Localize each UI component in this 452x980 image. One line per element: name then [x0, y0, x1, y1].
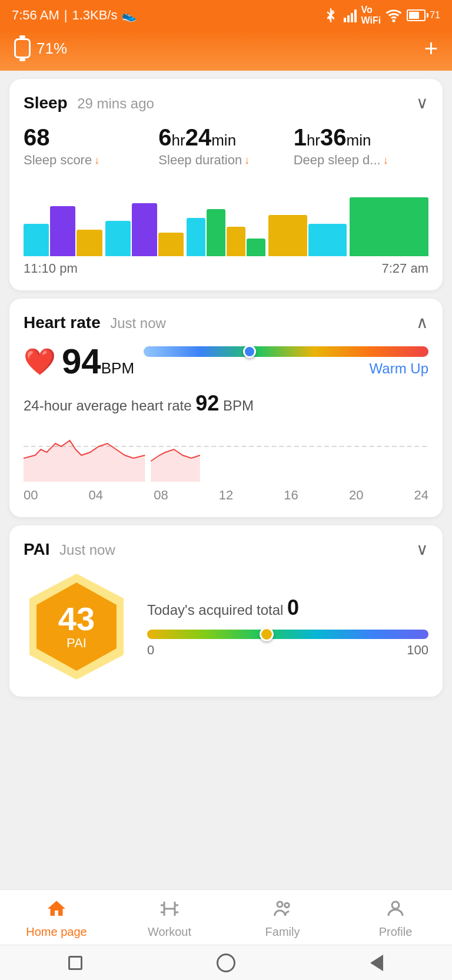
- sleep-start-time: 11:10 pm: [24, 261, 78, 276]
- nav-label-family: Family: [265, 925, 300, 939]
- svg-point-6: [392, 902, 399, 909]
- pai-text: PAI: [58, 635, 95, 651]
- sleep-title: Sleep: [24, 94, 68, 112]
- nav-item-profile[interactable]: Profile: [339, 898, 452, 939]
- avg-label: 24-hour average heart rate 92 BPM: [24, 391, 428, 416]
- signal-icon: [344, 8, 357, 22]
- status-time: 7:56 AM: [12, 8, 59, 23]
- back-button[interactable]: [366, 952, 387, 974]
- pai-content: 43 PAI Today's acquired total 0 0 100: [24, 571, 428, 683]
- deep-sleep-stat: 1hr36min Deep sleep d... ↓: [294, 124, 428, 168]
- heart-rate-card: Heart rate Just now ∧ ❤️ 94BPM Warm Up 2…: [9, 299, 443, 517]
- bottom-nav: Home page Workout Family P: [0, 889, 452, 945]
- sleep-stats: 68 Sleep score ↓ 6hr24min Sleep duration…: [24, 124, 428, 168]
- nav-label-home: Home page: [26, 925, 87, 939]
- sleep-card-title-group: Sleep 29 mins ago: [24, 94, 154, 112]
- status-network-speed: 1.3KB/s: [72, 8, 117, 23]
- profile-icon: [384, 898, 407, 922]
- device-battery-label: 71%: [36, 39, 67, 58]
- heart-rate-subtitle: Just now: [110, 315, 166, 331]
- deep-sleep-value: 1hr36min: [294, 124, 428, 150]
- system-nav: [0, 945, 452, 980]
- pai-today-label: Today's acquired total 0: [147, 595, 428, 620]
- avg-unit: BPM: [223, 398, 254, 413]
- sleep-card-header: Sleep 29 mins ago ∨: [24, 93, 428, 112]
- watch-icon: [14, 38, 31, 58]
- hr-time-16: 16: [284, 488, 298, 503]
- sleep-chevron-icon[interactable]: ∨: [416, 93, 428, 112]
- workout-icon: [158, 898, 181, 922]
- nav-label-workout: Workout: [148, 925, 191, 939]
- hr-time-20: 20: [349, 488, 363, 503]
- header-bar: 71% +: [0, 31, 452, 71]
- heart-rate-chevron-icon[interactable]: ∧: [416, 313, 428, 332]
- pai-slider: [147, 630, 428, 639]
- svg-point-5: [285, 903, 290, 908]
- heart-rate-avg-section: 24-hour average heart rate 92 BPM: [24, 391, 428, 416]
- sleep-subtitle: 29 mins ago: [77, 95, 154, 111]
- home-icon: [45, 898, 68, 922]
- status-left: 7:56 AM | 1.3KB/s 👟: [12, 8, 137, 23]
- status-bar: 7:56 AM | 1.3KB/s 👟 VoWiFi: [0, 0, 452, 31]
- sleep-time-labels: 11:10 pm 7:27 am: [24, 261, 428, 276]
- pai-range-max: 100: [407, 643, 428, 658]
- status-separator: |: [64, 8, 68, 23]
- pai-title: PAI: [24, 540, 50, 558]
- nav-label-profile: Profile: [379, 925, 413, 939]
- heart-reading: ❤️ 94BPM: [24, 344, 134, 379]
- recents-button[interactable]: [65, 952, 86, 974]
- heart-zone: Warm Up: [144, 346, 428, 377]
- sleep-end-time: 7:27 am: [382, 261, 429, 276]
- status-activity-icon: 👟: [122, 8, 137, 22]
- sleep-score-stat: 68 Sleep score ↓: [24, 124, 158, 168]
- nav-item-home[interactable]: Home page: [0, 898, 113, 939]
- heart-rate-display: ❤️ 94BPM Warm Up: [24, 344, 428, 379]
- pai-range: 0 100: [147, 643, 428, 658]
- nav-item-workout[interactable]: Workout: [113, 898, 226, 939]
- heart-rate-title: Heart rate: [24, 313, 101, 332]
- heart-rate-card-header: Heart rate Just now ∧: [24, 313, 428, 332]
- pai-title-group: PAI Just now: [24, 540, 115, 559]
- vowifi-label: VoWiFi: [361, 5, 381, 26]
- add-button[interactable]: +: [424, 37, 438, 60]
- pai-subtitle: Just now: [59, 542, 115, 558]
- sleep-card: Sleep 29 mins ago ∨ 68 Sleep score ↓ 6hr…: [9, 79, 443, 290]
- hr-chart-svg: [24, 423, 428, 482]
- avg-value: 92: [195, 391, 219, 415]
- zone-bar: [144, 346, 428, 357]
- hr-time-labels: 00 04 08 12 16 20 24: [24, 488, 428, 503]
- deep-sleep-label: Deep sleep d... ↓: [294, 153, 428, 168]
- pai-chevron-icon[interactable]: ∨: [416, 539, 428, 559]
- heart-rate-title-group: Heart rate Just now: [24, 313, 166, 332]
- wifi-icon: [385, 7, 402, 24]
- pai-right: Today's acquired total 0 0 100: [147, 595, 428, 658]
- sleep-score-value: 68: [24, 124, 158, 150]
- status-right: VoWiFi 71: [323, 5, 440, 26]
- hr-time-12: 12: [219, 488, 233, 503]
- bluetooth-icon: [323, 7, 339, 24]
- main-content: Sleep 29 mins ago ∨ 68 Sleep score ↓ 6hr…: [0, 79, 452, 811]
- hr-time-04: 04: [89, 488, 103, 503]
- back-icon: [370, 955, 383, 971]
- sleep-duration-label: Sleep duration ↓: [158, 153, 293, 168]
- sleep-duration-value: 6hr24min: [158, 124, 293, 150]
- zone-label: Warm Up: [144, 360, 428, 377]
- device-battery-info: 71%: [14, 38, 67, 58]
- sleep-chart: [24, 180, 428, 256]
- zone-indicator: [243, 345, 256, 358]
- family-icon: [271, 898, 294, 922]
- home-button[interactable]: [215, 952, 237, 974]
- pai-slider-dot: [260, 627, 274, 641]
- sleep-duration-stat: 6hr24min Sleep duration ↓: [158, 124, 293, 168]
- battery-icon: 71: [407, 9, 440, 21]
- pai-range-min: 0: [147, 643, 154, 658]
- nav-item-family[interactable]: Family: [226, 898, 339, 939]
- heart-icon: ❤️: [24, 346, 56, 377]
- home-circle-icon: [217, 953, 235, 972]
- hr-time-24: 24: [414, 488, 428, 503]
- hr-chart: [24, 423, 428, 482]
- pai-number: 43: [58, 602, 95, 635]
- svg-point-0: [393, 20, 394, 21]
- svg-point-4: [277, 902, 282, 907]
- heart-bpm-value: 94BPM: [62, 344, 134, 379]
